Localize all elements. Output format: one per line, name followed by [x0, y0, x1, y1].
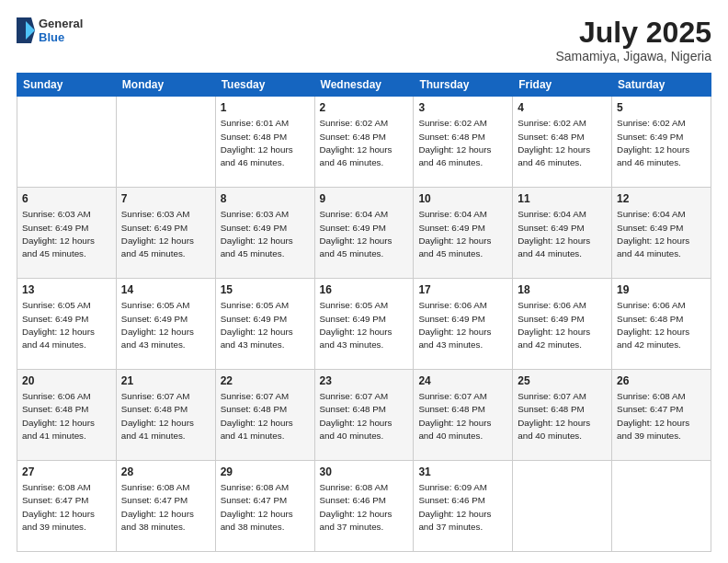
calendar-cell: 17Sunrise: 6:06 AMSunset: 6:49 PMDayligh…: [414, 279, 513, 370]
day-number: 7: [121, 191, 210, 206]
day-number: 14: [121, 282, 210, 297]
day-info: Sunrise: 6:02 AMSunset: 6:49 PMDaylight:…: [617, 118, 689, 167]
day-info: Sunrise: 6:02 AMSunset: 6:48 PMDaylight:…: [418, 118, 491, 167]
calendar-cell: 4Sunrise: 6:02 AMSunset: 6:48 PMDaylight…: [513, 97, 612, 188]
day-number: 4: [518, 100, 607, 115]
calendar-cell: 28Sunrise: 6:08 AMSunset: 6:47 PMDayligh…: [116, 461, 215, 552]
day-info: Sunrise: 6:05 AMSunset: 6:49 PMDaylight:…: [221, 300, 293, 350]
day-number: 19: [617, 282, 706, 297]
logo-blue: Blue: [39, 30, 83, 44]
day-info: Sunrise: 6:04 AMSunset: 6:49 PMDaylight:…: [518, 209, 590, 259]
day-info: Sunrise: 6:03 AMSunset: 6:49 PMDaylight:…: [221, 209, 293, 259]
logo: General Blue: [17, 17, 83, 44]
calendar-cell: 24Sunrise: 6:07 AMSunset: 6:48 PMDayligh…: [414, 370, 513, 461]
day-number: 22: [221, 373, 310, 388]
calendar-cell: 26Sunrise: 6:08 AMSunset: 6:47 PMDayligh…: [612, 370, 711, 461]
calendar-cell: 23Sunrise: 6:07 AMSunset: 6:48 PMDayligh…: [314, 370, 414, 461]
calendar-cell: 8Sunrise: 6:03 AMSunset: 6:49 PMDaylight…: [215, 188, 314, 279]
day-info: Sunrise: 6:01 AMSunset: 6:48 PMDaylight:…: [221, 118, 293, 167]
day-info: Sunrise: 6:05 AMSunset: 6:49 PMDaylight:…: [121, 300, 194, 350]
calendar-cell: 20Sunrise: 6:06 AMSunset: 6:48 PMDayligh…: [17, 370, 117, 461]
day-info: Sunrise: 6:08 AMSunset: 6:47 PMDaylight:…: [121, 482, 194, 532]
title-location: Samamiya, Jigawa, Nigeria: [555, 49, 711, 63]
day-number: 9: [320, 191, 409, 206]
day-number: 21: [121, 373, 210, 388]
calendar-week-row-3: 13Sunrise: 6:05 AMSunset: 6:49 PMDayligh…: [17, 279, 711, 370]
calendar: SundayMondayTuesdayWednesdayThursdayFrid…: [17, 73, 711, 552]
day-number: 13: [22, 282, 111, 297]
day-info: Sunrise: 6:07 AMSunset: 6:48 PMDaylight:…: [320, 391, 392, 441]
day-info: Sunrise: 6:04 AMSunset: 6:49 PMDaylight:…: [320, 209, 392, 259]
calendar-header-monday: Monday: [116, 74, 215, 97]
day-number: 15: [221, 282, 310, 297]
calendar-cell: 16Sunrise: 6:05 AMSunset: 6:49 PMDayligh…: [314, 279, 414, 370]
calendar-cell: 29Sunrise: 6:08 AMSunset: 6:47 PMDayligh…: [215, 461, 314, 552]
day-info: Sunrise: 6:06 AMSunset: 6:48 PMDaylight:…: [617, 300, 689, 350]
calendar-header-sunday: Sunday: [17, 74, 117, 97]
calendar-cell: 2Sunrise: 6:02 AMSunset: 6:48 PMDaylight…: [314, 97, 414, 188]
day-number: 2: [320, 100, 409, 115]
day-info: Sunrise: 6:02 AMSunset: 6:48 PMDaylight:…: [518, 118, 590, 167]
day-info: Sunrise: 6:08 AMSunset: 6:47 PMDaylight:…: [221, 482, 293, 532]
calendar-cell: 14Sunrise: 6:05 AMSunset: 6:49 PMDayligh…: [116, 279, 215, 370]
calendar-header-wednesday: Wednesday: [314, 74, 414, 97]
calendar-header-row: SundayMondayTuesdayWednesdayThursdayFrid…: [17, 74, 711, 97]
day-info: Sunrise: 6:08 AMSunset: 6:47 PMDaylight:…: [617, 391, 689, 441]
calendar-cell: [513, 461, 612, 552]
calendar-week-row-5: 27Sunrise: 6:08 AMSunset: 6:47 PMDayligh…: [17, 461, 711, 552]
day-number: 31: [418, 465, 507, 479]
day-number: 6: [22, 191, 111, 206]
header: General Blue July 2025 Samamiya, Jigawa,…: [17, 17, 711, 63]
day-number: 3: [418, 100, 507, 115]
calendar-cell: [612, 461, 711, 552]
calendar-week-row-1: 1Sunrise: 6:01 AMSunset: 6:48 PMDaylight…: [17, 97, 711, 188]
day-number: 1: [221, 100, 310, 115]
calendar-cell: 30Sunrise: 6:08 AMSunset: 6:46 PMDayligh…: [314, 461, 414, 552]
calendar-header-thursday: Thursday: [414, 74, 513, 97]
day-number: 17: [418, 282, 507, 297]
day-number: 8: [221, 191, 310, 206]
calendar-cell: 7Sunrise: 6:03 AMSunset: 6:49 PMDaylight…: [116, 188, 215, 279]
day-number: 24: [418, 373, 507, 388]
day-info: Sunrise: 6:06 AMSunset: 6:49 PMDaylight:…: [418, 300, 491, 350]
calendar-cell: 27Sunrise: 6:08 AMSunset: 6:47 PMDayligh…: [17, 461, 117, 552]
day-number: 25: [518, 373, 607, 388]
title-block: July 2025 Samamiya, Jigawa, Nigeria: [555, 17, 711, 63]
calendar-cell: 6Sunrise: 6:03 AMSunset: 6:49 PMDaylight…: [17, 188, 117, 279]
day-info: Sunrise: 6:05 AMSunset: 6:49 PMDaylight:…: [22, 300, 95, 350]
calendar-cell: 10Sunrise: 6:04 AMSunset: 6:49 PMDayligh…: [414, 188, 513, 279]
day-info: Sunrise: 6:05 AMSunset: 6:49 PMDaylight:…: [320, 300, 392, 350]
day-info: Sunrise: 6:04 AMSunset: 6:49 PMDaylight:…: [418, 209, 491, 259]
calendar-cell: [17, 97, 117, 188]
day-info: Sunrise: 6:03 AMSunset: 6:49 PMDaylight:…: [22, 209, 95, 259]
day-info: Sunrise: 6:08 AMSunset: 6:47 PMDaylight:…: [22, 482, 95, 532]
calendar-cell: 11Sunrise: 6:04 AMSunset: 6:49 PMDayligh…: [513, 188, 612, 279]
title-month: July 2025: [555, 17, 711, 49]
calendar-cell: 19Sunrise: 6:06 AMSunset: 6:48 PMDayligh…: [612, 279, 711, 370]
day-number: 11: [518, 191, 607, 206]
day-info: Sunrise: 6:09 AMSunset: 6:46 PMDaylight:…: [418, 482, 491, 532]
calendar-cell: 25Sunrise: 6:07 AMSunset: 6:48 PMDayligh…: [513, 370, 612, 461]
day-number: 12: [617, 191, 706, 206]
day-info: Sunrise: 6:03 AMSunset: 6:49 PMDaylight:…: [121, 209, 194, 259]
calendar-cell: 13Sunrise: 6:05 AMSunset: 6:49 PMDayligh…: [17, 279, 117, 370]
calendar-cell: 3Sunrise: 6:02 AMSunset: 6:48 PMDaylight…: [414, 97, 513, 188]
calendar-week-row-2: 6Sunrise: 6:03 AMSunset: 6:49 PMDaylight…: [17, 188, 711, 279]
calendar-header-tuesday: Tuesday: [215, 74, 314, 97]
calendar-cell: 15Sunrise: 6:05 AMSunset: 6:49 PMDayligh…: [215, 279, 314, 370]
day-number: 10: [418, 191, 507, 206]
calendar-cell: 12Sunrise: 6:04 AMSunset: 6:49 PMDayligh…: [612, 188, 711, 279]
calendar-cell: [116, 97, 215, 188]
calendar-cell: 21Sunrise: 6:07 AMSunset: 6:48 PMDayligh…: [116, 370, 215, 461]
day-info: Sunrise: 6:04 AMSunset: 6:49 PMDaylight:…: [617, 209, 689, 259]
day-info: Sunrise: 6:07 AMSunset: 6:48 PMDaylight:…: [518, 391, 590, 441]
calendar-week-row-4: 20Sunrise: 6:06 AMSunset: 6:48 PMDayligh…: [17, 370, 711, 461]
calendar-cell: 31Sunrise: 6:09 AMSunset: 6:46 PMDayligh…: [414, 461, 513, 552]
day-info: Sunrise: 6:07 AMSunset: 6:48 PMDaylight:…: [418, 391, 491, 441]
calendar-cell: 18Sunrise: 6:06 AMSunset: 6:49 PMDayligh…: [513, 279, 612, 370]
calendar-cell: 9Sunrise: 6:04 AMSunset: 6:49 PMDaylight…: [314, 188, 414, 279]
day-info: Sunrise: 6:06 AMSunset: 6:49 PMDaylight:…: [518, 300, 590, 350]
day-number: 20: [22, 373, 111, 388]
day-info: Sunrise: 6:06 AMSunset: 6:48 PMDaylight:…: [22, 391, 95, 441]
day-number: 23: [320, 373, 409, 388]
